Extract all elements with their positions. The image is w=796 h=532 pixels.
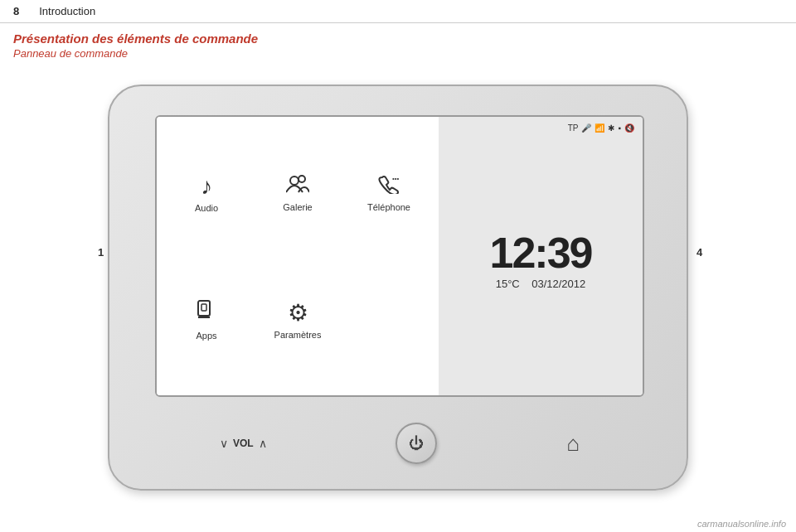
audio-icon: ♪ xyxy=(201,173,212,200)
device-screen: ♪ Audio Galerie xyxy=(155,115,644,397)
clock-temp: 15°C xyxy=(496,278,520,290)
apps-icon xyxy=(195,299,218,327)
svg-point-1 xyxy=(298,176,305,182)
label-4: 4 xyxy=(696,246,702,259)
vol-label: VOL xyxy=(233,438,254,449)
apps-label: Apps xyxy=(196,331,216,341)
menu-item-apps[interactable]: Apps xyxy=(165,260,248,379)
header-title: Introduction xyxy=(39,5,95,17)
svg-text:•••: ••• xyxy=(392,175,400,182)
device-body: ♪ Audio Galerie xyxy=(108,85,688,491)
subtitle-main: Présentation des éléments de commande xyxy=(13,31,783,46)
mute-status: 🔇 xyxy=(624,123,634,133)
vol-down-button[interactable]: ∨ xyxy=(220,437,228,450)
power-button[interactable]: ⏻ xyxy=(396,423,437,464)
mic-status: 🎤 xyxy=(581,123,591,133)
footer: carmanualsonline.info xyxy=(697,519,786,529)
home-icon: ⌂ xyxy=(566,431,580,457)
menu-panel: ♪ Audio Galerie xyxy=(157,117,439,395)
power-icon: ⏻ xyxy=(409,435,424,452)
parametres-icon: ⚙ xyxy=(288,299,308,326)
vol-up-button[interactable]: ∧ xyxy=(259,437,267,450)
menu-item-galerie[interactable]: Galerie xyxy=(256,133,339,252)
galerie-label: Galerie xyxy=(283,202,312,212)
clock-date-value: 03/12/2012 xyxy=(531,278,585,290)
clock-time: 12:39 xyxy=(490,231,592,274)
status-bar: TP 🎤 📶 ✱ ▪ 🔇 xyxy=(447,123,634,133)
menu-item-audio[interactable]: ♪ Audio xyxy=(165,133,248,252)
bottom-controls: ∨ VOL ∧ ⏻ ⌂ xyxy=(155,423,644,464)
menu-item-parametres[interactable]: ⚙ Paramètres xyxy=(256,260,339,379)
telephone-icon: ••• xyxy=(377,174,400,199)
clock-date: 15°C 03/12/2012 xyxy=(496,278,586,290)
volume-control: ∨ VOL ∧ xyxy=(220,437,267,450)
bt-status: ✱ xyxy=(608,123,614,133)
main-content: 1 2 3 4 5 6 7 ♪ Audio xyxy=(25,68,771,507)
clock-display: 12:39 15°C 03/12/2012 xyxy=(447,133,634,389)
menu-item-telephone[interactable]: ••• Téléphone xyxy=(347,133,430,252)
audio-label: Audio xyxy=(195,203,218,213)
subtitle-section: Présentation des éléments de commande Pa… xyxy=(0,23,796,61)
subtitle-sub: Panneau de commande xyxy=(13,47,783,60)
svg-point-0 xyxy=(290,177,298,185)
media-status: ▪ xyxy=(618,123,621,133)
galerie-icon xyxy=(286,174,309,199)
svg-rect-4 xyxy=(201,304,206,311)
home-button[interactable]: ⌂ xyxy=(566,431,580,457)
svg-rect-3 xyxy=(198,301,210,316)
page-header: 8 Introduction xyxy=(0,0,796,23)
clock-panel: TP 🎤 📶 ✱ ▪ 🔇 12:39 15°C 03/12/2012 xyxy=(439,117,643,395)
label-1: 1 xyxy=(98,246,104,259)
page-number: 8 xyxy=(13,5,19,17)
parametres-label: Paramètres xyxy=(274,330,322,340)
telephone-label: Téléphone xyxy=(367,202,410,212)
tp-status: TP xyxy=(568,123,579,133)
signal-status: 📶 xyxy=(595,123,604,133)
